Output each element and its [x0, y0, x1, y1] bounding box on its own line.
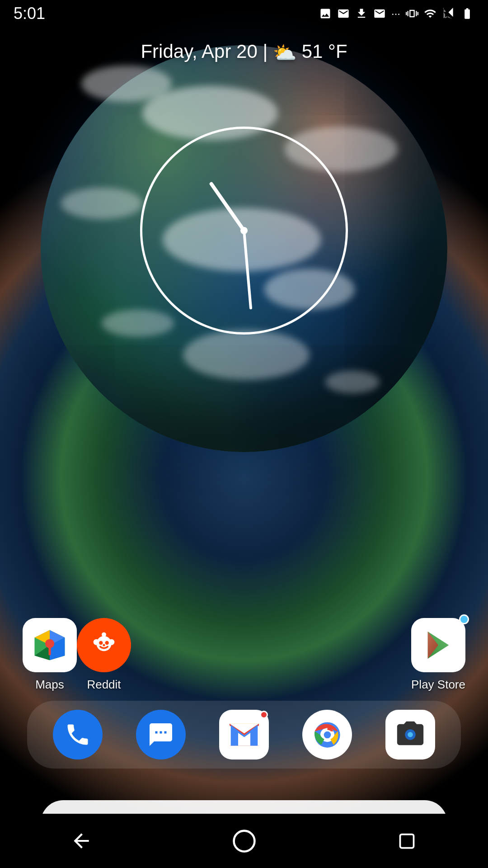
battery-status-icon	[460, 7, 474, 20]
svg-point-9	[94, 639, 99, 645]
play-store-badge	[459, 614, 469, 624]
status-bar: 5:01 ···	[0, 0, 488, 27]
svg-rect-28	[400, 834, 413, 848]
play-store-label: Play Store	[411, 678, 465, 692]
clock-minute-hand	[243, 231, 252, 310]
play-store-icon[interactable]	[411, 618, 465, 672]
gmail-notification-badge	[260, 711, 268, 719]
date-weather-widget[interactable]: Friday, Apr 20 | ⛅ 51 °F	[0, 41, 488, 64]
gmail-dock-icon[interactable]	[219, 710, 269, 760]
more-status-icon: ···	[391, 7, 400, 20]
download-status-icon	[355, 7, 368, 20]
gmail-status-icon	[337, 7, 350, 20]
camera-dock-icon[interactable]	[385, 710, 435, 760]
clock-hour-hand	[209, 181, 245, 231]
svg-point-27	[234, 830, 254, 851]
svg-point-15	[103, 644, 105, 646]
svg-point-10	[108, 639, 114, 645]
date-text: Friday, Apr 20 | ⛅ 51 °F	[141, 41, 347, 62]
maps-app[interactable]: Maps	[23, 618, 77, 692]
clock-face	[140, 127, 348, 335]
signal-status-icon	[442, 7, 455, 20]
photo-status-icon	[319, 7, 332, 20]
messages-dock-icon[interactable]	[136, 710, 186, 760]
gmail2-status-icon	[373, 7, 386, 20]
dock	[27, 701, 461, 769]
status-icons: ···	[319, 7, 474, 20]
home-button[interactable]	[226, 823, 262, 859]
app-row: Maps Reddit	[0, 618, 488, 692]
play-store-app[interactable]: Play Store	[411, 618, 465, 692]
reddit-icon[interactable]	[77, 618, 131, 672]
phone-dock-icon[interactable]	[53, 710, 103, 760]
navigation-bar	[0, 814, 488, 868]
svg-point-26	[408, 732, 413, 737]
svg-point-12	[105, 641, 109, 645]
chrome-dock-icon[interactable]	[302, 710, 352, 760]
recents-button[interactable]	[389, 823, 425, 859]
reddit-label: Reddit	[87, 678, 121, 692]
wifi-status-icon	[424, 7, 436, 20]
maps-icon[interactable]	[23, 618, 77, 672]
svg-point-11	[99, 641, 103, 645]
vibrate-status-icon	[406, 7, 418, 20]
clock-widget	[140, 127, 348, 335]
reddit-app[interactable]: Reddit	[77, 618, 131, 692]
clock-center-dot	[240, 227, 248, 234]
back-button[interactable]	[63, 823, 99, 859]
svg-point-24	[324, 731, 331, 738]
maps-label: Maps	[35, 678, 64, 692]
weather-icon: ⛅	[273, 42, 296, 64]
status-time: 5:01	[14, 4, 45, 23]
svg-point-6	[45, 639, 54, 648]
